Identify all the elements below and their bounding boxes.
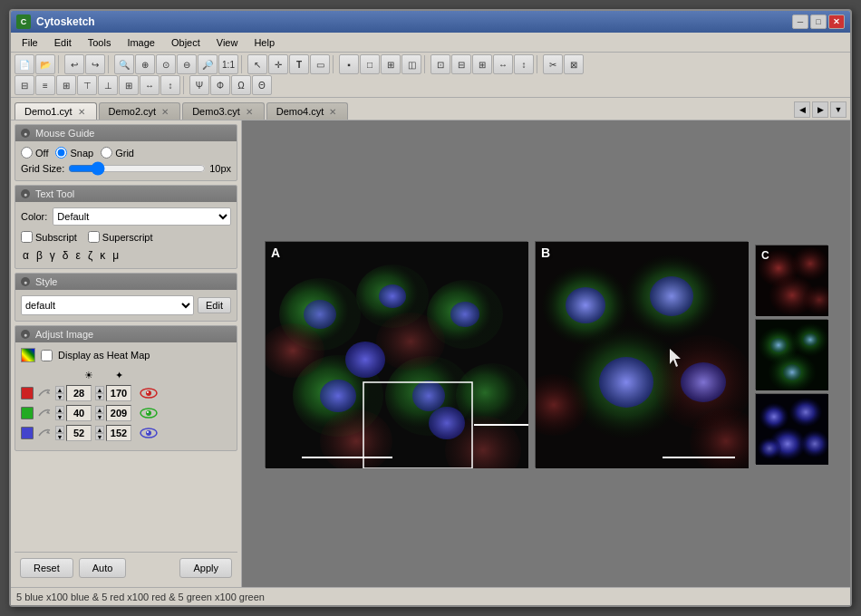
- tb-align-mid[interactable]: ⊥: [98, 75, 118, 95]
- heat-map-checkbox[interactable]: [41, 350, 53, 361]
- mode-off-radio[interactable]: [21, 147, 33, 159]
- tab-demo1[interactable]: Demo1.cyt ✕: [15, 102, 97, 120]
- superscript-label[interactable]: Superscript: [88, 231, 153, 243]
- greek-beta[interactable]: β: [34, 248, 44, 263]
- tb-redo[interactable]: ↪: [85, 54, 105, 74]
- text-tool-collapse[interactable]: ●: [21, 189, 30, 198]
- tb-dist-h[interactable]: ↔: [140, 75, 160, 95]
- superscript-checkbox[interactable]: [88, 231, 100, 243]
- tb-group[interactable]: ⊡: [430, 54, 450, 74]
- tb-align-bot[interactable]: ⊞: [119, 75, 139, 95]
- style-collapse[interactable]: ●: [21, 277, 30, 286]
- channel-red-up2[interactable]: ▲: [95, 386, 104, 393]
- tb-zoom-in2[interactable]: ⊕: [135, 54, 155, 74]
- channel-green-down2[interactable]: ▼: [95, 413, 104, 420]
- tb-fill[interactable]: ▪: [339, 54, 359, 74]
- tb-stroke[interactable]: □: [360, 54, 380, 74]
- menu-tools[interactable]: Tools: [81, 35, 119, 50]
- subscript-checkbox[interactable]: [21, 231, 33, 243]
- channel-red-eye-icon[interactable]: [139, 386, 159, 400]
- tab-demo3[interactable]: Demo3.cyt ✕: [182, 102, 265, 120]
- reset-button[interactable]: Reset: [20, 558, 73, 578]
- mode-snap-radio[interactable]: [55, 147, 67, 159]
- subscript-label[interactable]: Subscript: [21, 231, 77, 243]
- channel-blue-brush-icon[interactable]: [37, 427, 52, 439]
- channel-green-up2[interactable]: ▲: [95, 406, 104, 413]
- menu-view[interactable]: View: [209, 35, 246, 50]
- menu-edit[interactable]: Edit: [47, 35, 79, 50]
- menu-object[interactable]: Object: [164, 35, 208, 50]
- tb-dist-v[interactable]: ↕: [160, 75, 180, 95]
- channel-red-up1[interactable]: ▲: [55, 386, 64, 393]
- tb-chan4[interactable]: Θ: [252, 75, 272, 95]
- tb-zoom-in[interactable]: 🔍: [114, 54, 134, 74]
- greek-epsilon[interactable]: ε: [74, 248, 82, 263]
- style-edit-button[interactable]: Edit: [198, 297, 231, 313]
- grid-size-slider[interactable]: [68, 162, 206, 175]
- tb-zoom-out2[interactable]: ⊖: [177, 54, 197, 74]
- tb-align-center[interactable]: ≡: [35, 75, 55, 95]
- menu-file[interactable]: File: [15, 35, 45, 50]
- tb-undo[interactable]: ↩: [64, 54, 84, 74]
- tb-rect[interactable]: ▭: [310, 54, 330, 74]
- channel-green-brush-icon[interactable]: [37, 407, 52, 419]
- tab-demo2-close[interactable]: ✕: [160, 106, 170, 117]
- tab-demo2[interactable]: Demo2.cyt ✕: [99, 102, 181, 120]
- greek-kappa[interactable]: κ: [98, 248, 107, 263]
- tb-zoom-out[interactable]: 🔎: [198, 54, 218, 74]
- tb-pointer[interactable]: ↖: [247, 54, 267, 74]
- channel-red-brush-icon[interactable]: [37, 387, 52, 399]
- channel-red-down2[interactable]: ▼: [95, 393, 104, 400]
- color-select[interactable]: Default: [53, 207, 231, 226]
- menu-image[interactable]: Image: [120, 35, 162, 50]
- tb-zoom-100[interactable]: 1:1: [218, 54, 238, 74]
- tab-next-button[interactable]: ▶: [812, 101, 828, 118]
- channel-blue-up2[interactable]: ▲: [95, 426, 104, 433]
- auto-button[interactable]: Auto: [79, 558, 127, 578]
- mode-grid-label[interactable]: Grid: [101, 147, 134, 159]
- tb-flip-h[interactable]: ↔: [493, 54, 513, 74]
- greek-zeta[interactable]: ζ: [86, 248, 94, 263]
- mode-off-label[interactable]: Off: [21, 147, 48, 159]
- mode-grid-radio[interactable]: [101, 147, 112, 159]
- tab-menu-button[interactable]: ▼: [830, 101, 846, 118]
- tb-grid-icon[interactable]: ⊞: [381, 54, 401, 74]
- tb-chan2[interactable]: Φ: [210, 75, 230, 95]
- greek-delta[interactable]: δ: [61, 248, 71, 263]
- channel-blue-up1[interactable]: ▲: [55, 426, 64, 433]
- channel-blue-down2[interactable]: ▼: [95, 433, 104, 440]
- tb-open[interactable]: 📂: [35, 54, 55, 74]
- tb-arrange[interactable]: ⊞: [472, 54, 492, 74]
- channel-green-down1[interactable]: ▼: [55, 413, 64, 420]
- greek-alpha[interactable]: α: [21, 248, 31, 263]
- tb-align-right[interactable]: ⊞: [56, 75, 76, 95]
- mode-snap-label[interactable]: Snap: [55, 147, 93, 159]
- tb-align-left[interactable]: ⊟: [15, 75, 34, 95]
- tb-channels[interactable]: Ψ: [189, 75, 209, 95]
- mouse-guide-collapse[interactable]: ●: [21, 129, 30, 138]
- tb-chan3[interactable]: Ω: [231, 75, 251, 95]
- tb-crosshair[interactable]: ✛: [268, 54, 288, 74]
- tb-flip-v[interactable]: ↕: [514, 54, 534, 74]
- tb-export[interactable]: ⊠: [564, 54, 584, 74]
- tb-ungroup[interactable]: ⊟: [451, 54, 471, 74]
- tb-new[interactable]: 📄: [15, 54, 34, 74]
- close-button[interactable]: ✕: [828, 14, 845, 29]
- maximize-button[interactable]: □: [810, 14, 827, 29]
- tab-prev-button[interactable]: ◀: [794, 101, 810, 118]
- tb-layer[interactable]: ◫: [401, 54, 421, 74]
- channel-blue-down1[interactable]: ▼: [55, 433, 64, 440]
- tab-demo1-close[interactable]: ✕: [76, 106, 87, 117]
- channel-blue-eye-icon[interactable]: [139, 426, 159, 440]
- greek-gamma[interactable]: γ: [48, 248, 57, 263]
- adjust-image-collapse[interactable]: ●: [21, 330, 30, 339]
- style-select[interactable]: default: [21, 295, 194, 315]
- tb-align-top[interactable]: ⊤: [77, 75, 97, 95]
- apply-button[interactable]: Apply: [179, 558, 232, 578]
- channel-green-eye-icon[interactable]: [139, 406, 159, 420]
- tab-demo3-close[interactable]: ✕: [244, 106, 255, 117]
- channel-red-down1[interactable]: ▼: [55, 393, 64, 400]
- tab-demo4-close[interactable]: ✕: [327, 106, 338, 117]
- menu-help[interactable]: Help: [247, 35, 282, 50]
- minimize-button[interactable]: ─: [792, 14, 808, 29]
